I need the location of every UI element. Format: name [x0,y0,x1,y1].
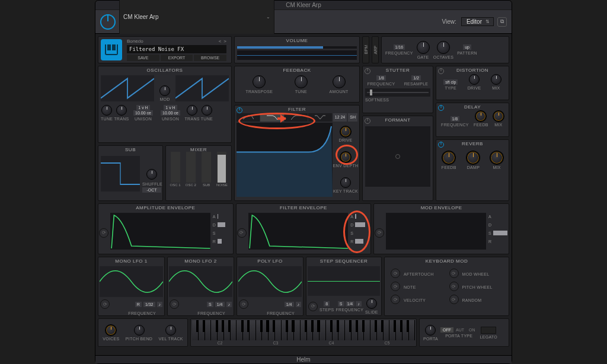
legato-toggle[interactable] [481,327,496,334]
delay-power-button[interactable] [438,105,444,111]
arp-gate-knob[interactable] [417,41,430,54]
formant-xy-pad[interactable] [365,126,430,187]
osc-mod-knob[interactable] [159,85,170,96]
porta-type-selector[interactable]: OFF AUT ON [440,327,478,333]
mod-s-slider[interactable] [493,231,507,235]
mod-r-slider[interactable] [493,239,507,244]
lfo1-mod-source[interactable]: ⟳ [100,299,110,309]
mod-a-slider[interactable] [493,214,507,219]
amp-env-mod-source[interactable]: ⟳ [99,228,108,238]
sub-wave-display[interactable] [101,156,140,191]
osc1-wave-display[interactable] [101,75,154,101]
virtual-keyboard[interactable] [192,320,415,340]
delay-mix-knob[interactable] [493,111,504,122]
arp-toggle-strip[interactable]: ARP [372,36,379,63]
pitchbend-knob[interactable] [134,325,145,336]
mod-d-slider[interactable] [493,222,507,227]
osc2-wave-display[interactable] [175,75,229,101]
filter-power-button[interactable] [237,107,242,113]
mod-env-mod-source[interactable]: ⟳ [375,228,384,238]
filter-sh-button[interactable]: SH [348,113,357,122]
polylfo-rate-value[interactable]: 1/4 [285,302,294,307]
reverb-mix-knob[interactable] [490,151,503,164]
fb-amount-knob[interactable] [333,75,346,88]
lfo1-sync-button[interactable]: ♪ [157,302,163,307]
bpm-strip[interactable]: BPM [362,36,369,63]
stepseq-steps-value[interactable]: 8 [324,301,330,306]
modwheel-mod[interactable]: ⟳ [449,269,459,278]
fb-transpose-knob[interactable] [253,75,266,88]
delay-freq-value[interactable]: 1/8 [451,116,460,122]
stepseq-mod-source[interactable]: ⟳ [308,302,318,311]
bank-next-button[interactable]: > [223,39,226,44]
stutter-resample-value[interactable]: 1/2 [411,75,421,81]
formant-power-button[interactable] [365,118,370,124]
sub-oct[interactable]: -OCT [142,187,161,193]
reverb-power-button[interactable] [438,142,444,148]
bank-prev-button[interactable]: < [219,39,222,44]
mixer-noise-fader[interactable] [217,152,226,183]
polylfo-mod-source[interactable]: ⟳ [239,299,248,309]
distortion-power-button[interactable] [438,68,444,74]
browse-button[interactable]: BROWSE [194,55,226,61]
filt-r-slider[interactable] [355,239,369,244]
lfo1-wave-display[interactable] [100,266,163,297]
porta-knob[interactable] [425,325,436,336]
link-windows-button[interactable]: ⧉ [497,17,507,27]
lfo2-sync-button[interactable]: S [207,302,213,307]
amp-env-display[interactable] [110,213,210,250]
plugin-power-button[interactable] [100,14,116,30]
osc2-trans-knob[interactable] [187,105,197,116]
velocity-mod[interactable]: ⟳ [391,295,400,304]
filter-drive-knob[interactable] [340,126,351,137]
filter-response-display[interactable] [237,123,333,197]
filt-env-mod-source[interactable]: ⟳ [237,228,247,238]
osc2-voices[interactable]: 1 v H [164,105,177,110]
stutter-power-button[interactable] [365,68,370,74]
stutter-softness-slider[interactable] [365,88,430,97]
amp-s-slider[interactable] [218,231,232,235]
filter-key-track-knob[interactable] [340,177,351,188]
stepseq-display[interactable] [308,266,380,296]
mixer-osc2-fader[interactable] [186,152,196,183]
delay-feedb-knob[interactable] [475,111,486,122]
dist-mix-knob[interactable] [491,74,501,85]
save-button[interactable]: SAVE [127,55,159,61]
veltrack-knob[interactable] [165,325,176,336]
stepseq-retrig[interactable]: S [338,301,344,306]
lfo1-rate-value[interactable]: 1/32 [143,302,155,307]
stepseq-rate-value[interactable]: 1/4 [346,301,355,306]
osc1-tune-knob[interactable] [101,105,112,116]
reverb-damp-knob[interactable] [467,151,480,164]
arp-octaves-knob[interactable] [437,41,450,54]
osc1-trans-knob[interactable] [116,105,127,116]
filter-type-selector[interactable] [237,113,332,122]
arp-freq-value[interactable]: 1/16 [394,44,405,50]
filter-env-depth-knob[interactable] [340,152,351,162]
sub-shuffle-knob[interactable] [146,169,157,180]
mod-env-display[interactable] [386,213,486,250]
view-select[interactable]: Editor ⇅ [461,17,494,26]
stutter-freq-value[interactable]: 1/8 [376,75,386,81]
dist-type-value[interactable]: sft clp [443,79,458,85]
amp-a-slider[interactable] [218,214,232,219]
filter-slope-toggle[interactable]: 12 24 [333,113,347,122]
mixer-osc1-fader[interactable] [171,152,180,183]
filt-env-display[interactable] [248,213,349,250]
polylfo-sync-button[interactable]: ♪ [296,302,302,307]
stepseq-slide-knob[interactable] [366,298,377,309]
mixer-sub-fader[interactable] [202,152,211,183]
dist-drive-knob[interactable] [469,74,480,85]
preset-name-field[interactable]: Filtered Noise FX [127,45,226,53]
arp-pattern-value[interactable]: up [463,44,471,50]
fb-tune-knob[interactable] [295,75,308,88]
note-mod[interactable]: ⟳ [391,282,400,291]
filt-s-slider[interactable] [355,231,369,235]
export-button[interactable]: EXPORT [161,55,193,61]
lfo1-retrig-button[interactable]: R [135,302,142,307]
aftertouch-mod[interactable]: ⟳ [391,269,400,278]
lfo2-mod-source[interactable]: ⟳ [170,299,179,309]
lfo2-rate-value[interactable]: 1/4 [215,302,225,307]
pitchwheel-mod[interactable]: ⟳ [449,282,459,291]
filt-d-slider[interactable] [355,222,369,227]
